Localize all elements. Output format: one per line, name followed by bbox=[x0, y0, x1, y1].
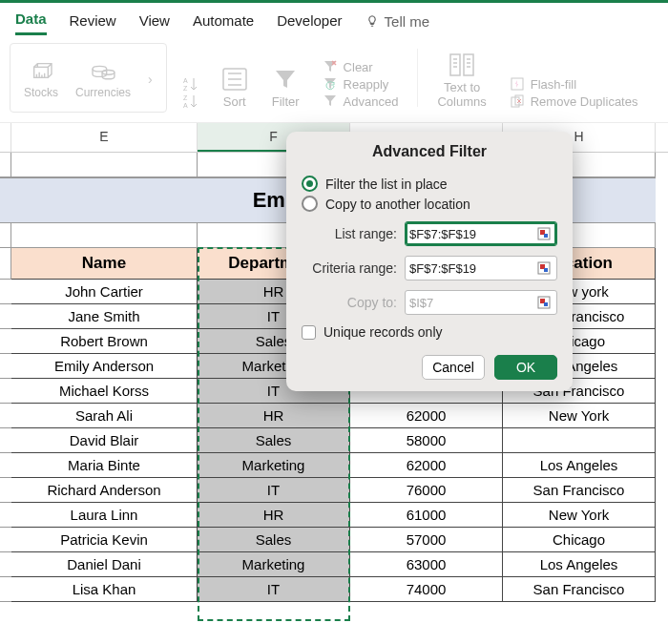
cell-department[interactable]: Sales bbox=[198, 528, 350, 552]
range-picker-button[interactable] bbox=[535, 225, 553, 242]
copy-to-input: $I$7 bbox=[405, 290, 557, 315]
cell-name[interactable]: Laura Linn bbox=[11, 503, 198, 528]
svg-text:Z: Z bbox=[183, 85, 188, 92]
checkbox-icon bbox=[302, 325, 316, 340]
cell-name[interactable]: Lisa Khan bbox=[11, 577, 198, 602]
svg-rect-9 bbox=[464, 54, 473, 75]
cell-department[interactable]: IT bbox=[198, 577, 350, 602]
advanced-filter-button[interactable]: Advanced bbox=[323, 93, 399, 109]
cell-name[interactable]: Jane Smith bbox=[11, 304, 198, 329]
currencies-label: Currencies bbox=[75, 86, 131, 99]
ribbon-toolbar: Stocks Currencies › AZ ZA Sort Filter bbox=[0, 35, 668, 123]
stocks-icon bbox=[27, 59, 55, 82]
sort-label: Sort bbox=[223, 94, 246, 109]
cell-department[interactable]: Marketing bbox=[198, 453, 350, 478]
cell-location[interactable] bbox=[503, 428, 656, 453]
cell-department[interactable]: HR bbox=[198, 404, 350, 428]
cell-department[interactable]: HR bbox=[198, 503, 350, 528]
text-to-columns-icon bbox=[448, 52, 476, 78]
tab-view[interactable]: View bbox=[139, 9, 170, 34]
table-row: Maria BinteMarketing62000Los Angeles bbox=[0, 453, 668, 478]
tab-automate[interactable]: Automate bbox=[193, 9, 254, 34]
cell-salary[interactable]: 62000 bbox=[350, 404, 503, 428]
column-header-stub bbox=[0, 123, 11, 152]
text-to-columns-label: Text to Columns bbox=[437, 80, 486, 109]
reapply-button[interactable]: Reapply bbox=[323, 76, 399, 92]
range-picker-icon bbox=[537, 261, 551, 275]
currencies-icon bbox=[89, 59, 117, 82]
copy-to-label: Copy to: bbox=[302, 295, 397, 310]
cell-name[interactable]: Maria Binte bbox=[11, 453, 198, 478]
clear-filter-button[interactable]: Clear bbox=[323, 59, 399, 74]
sort-asc-button[interactable]: AZ bbox=[182, 76, 198, 92]
tab-developer[interactable]: Developer bbox=[277, 9, 342, 34]
radio-filter-in-place[interactable]: Filter the list in place bbox=[302, 176, 557, 192]
cell-name[interactable]: Michael Korss bbox=[11, 379, 198, 404]
ribbon-tabs: Data Review View Automate Developer Tell… bbox=[0, 3, 668, 35]
criteria-range-input[interactable]: $F$7:$F$19 bbox=[405, 256, 557, 280]
svg-text:A: A bbox=[183, 77, 188, 84]
data-types-expand-icon[interactable]: › bbox=[148, 72, 153, 87]
advanced-icon bbox=[323, 93, 338, 109]
unique-records-label: Unique records only bbox=[324, 324, 443, 340]
cell-name[interactable]: Patricia Kevin bbox=[11, 528, 198, 552]
column-header-e[interactable]: E bbox=[11, 123, 198, 152]
tab-review[interactable]: Review bbox=[70, 9, 116, 34]
cancel-button[interactable]: Cancel bbox=[422, 355, 485, 380]
cell-location[interactable]: New York bbox=[503, 404, 656, 428]
ok-button[interactable]: OK bbox=[494, 355, 557, 380]
tab-data[interactable]: Data bbox=[15, 7, 47, 35]
list-range-input[interactable]: $F$7:$F$19 bbox=[405, 221, 557, 246]
cell-name[interactable]: Emily Anderson bbox=[11, 354, 198, 379]
cell-name[interactable]: Sarah Ali bbox=[11, 404, 198, 428]
cell-name[interactable]: Robert Brown bbox=[11, 329, 198, 354]
cell-salary[interactable]: 63000 bbox=[350, 552, 503, 577]
sort-desc-button[interactable]: ZA bbox=[182, 93, 198, 109]
cell-name[interactable]: John Cartier bbox=[11, 280, 198, 304]
cell-name[interactable]: Richard Anderson bbox=[11, 478, 198, 503]
tell-me-search[interactable]: Tell me bbox=[365, 13, 430, 30]
filter-icon bbox=[272, 66, 299, 93]
radio-copy-location[interactable]: Copy to another location bbox=[302, 196, 557, 212]
cell-location[interactable]: San Francisco bbox=[503, 478, 656, 503]
header-stub bbox=[0, 248, 11, 280]
cell-name[interactable]: Daniel Dani bbox=[11, 552, 198, 577]
flash-fill-button[interactable]: Flash-fill bbox=[510, 76, 638, 92]
cell-name[interactable]: David Blair bbox=[11, 428, 198, 453]
cell-location[interactable]: Los Angeles bbox=[503, 552, 656, 577]
remove-duplicates-button[interactable]: Remove Duplicates bbox=[510, 93, 638, 109]
cell-salary[interactable]: 76000 bbox=[350, 478, 503, 503]
currencies-button[interactable]: Currencies bbox=[75, 59, 131, 99]
cell-department[interactable]: Sales bbox=[198, 428, 350, 453]
criteria-range-value: $F$7:$F$19 bbox=[409, 261, 535, 276]
range-picker-icon bbox=[537, 296, 551, 309]
cell-salary[interactable]: 57000 bbox=[350, 528, 503, 552]
cell-salary[interactable]: 58000 bbox=[350, 428, 503, 453]
advanced-filter-dialog: Advanced Filter Filter the list in place… bbox=[286, 132, 573, 391]
cell-department[interactable]: IT bbox=[198, 478, 350, 503]
cell-location[interactable]: New York bbox=[503, 503, 656, 528]
cell-salary[interactable]: 61000 bbox=[350, 503, 503, 528]
cell-location[interactable]: San Francisco bbox=[503, 577, 656, 602]
cell-salary[interactable]: 62000 bbox=[350, 453, 503, 478]
text-to-columns-button[interactable]: Text to Columns bbox=[429, 43, 493, 113]
range-picker-button[interactable] bbox=[535, 260, 553, 277]
stocks-label: Stocks bbox=[24, 86, 58, 99]
filter-button[interactable]: Filter bbox=[264, 43, 307, 113]
unique-records-checkbox[interactable]: Unique records only bbox=[302, 324, 557, 340]
sort-button[interactable]: Sort bbox=[213, 43, 257, 113]
cell-location[interactable]: Los Angeles bbox=[503, 453, 656, 478]
stocks-button[interactable]: Stocks bbox=[24, 59, 58, 99]
range-picker-button bbox=[535, 294, 553, 311]
cell-salary[interactable]: 74000 bbox=[350, 577, 503, 602]
lightbulb-icon bbox=[365, 14, 379, 28]
range-picker-icon bbox=[537, 227, 551, 240]
remove-duplicates-icon bbox=[510, 93, 525, 109]
flash-fill-icon bbox=[510, 76, 525, 92]
radio-label: Copy to another location bbox=[325, 197, 470, 212]
cell-department[interactable]: Marketing bbox=[198, 552, 350, 577]
table-row: Daniel DaniMarketing63000Los Angeles bbox=[0, 552, 668, 577]
header-name[interactable]: Name bbox=[11, 248, 198, 280]
svg-rect-18 bbox=[544, 268, 548, 272]
cell-location[interactable]: Chicago bbox=[503, 528, 656, 552]
